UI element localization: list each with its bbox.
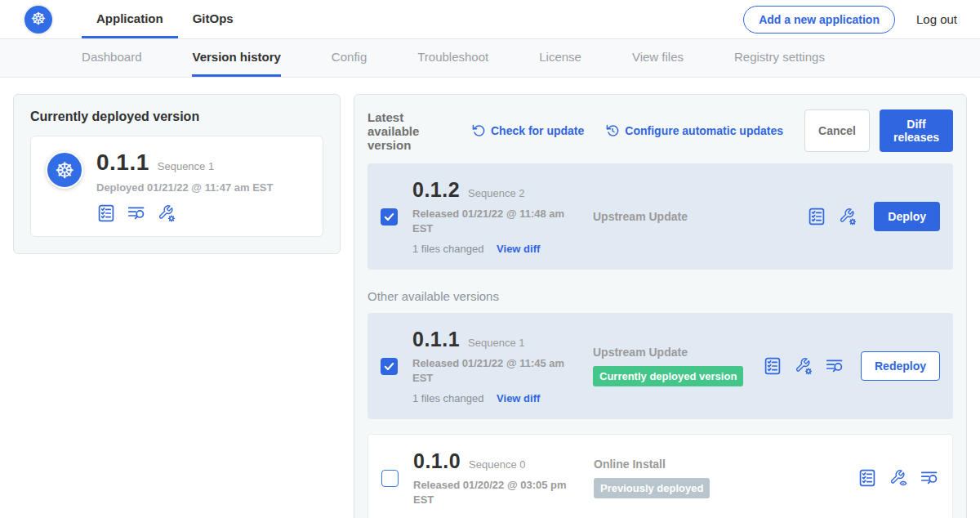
check-for-update-label: Check for update xyxy=(491,124,584,137)
view-diff-link[interactable]: View diff xyxy=(497,243,540,255)
checkmark-icon xyxy=(383,360,395,373)
version-row-0-1-2: 0.1.2 Sequence 2 Released 01/21/22 @ 11:… xyxy=(368,163,953,270)
version-row-actions xyxy=(858,468,939,488)
schedule-update-icon xyxy=(605,123,620,138)
cancel-button[interactable]: Cancel xyxy=(804,109,870,152)
deployed-timestamp: Deployed 01/21/22 @ 11:47 am EST xyxy=(96,181,273,194)
released-timestamp: Released 01/20/22 @ 03:05 pm EST xyxy=(413,478,575,507)
released-timestamp: Released 01/21/22 @ 11:45 am EST xyxy=(412,356,574,385)
deploy-logs-icon[interactable] xyxy=(920,468,939,488)
version-0-1-0-checkbox[interactable] xyxy=(381,470,399,487)
check-for-update-link[interactable]: Check for update xyxy=(471,123,584,138)
kubernetes-logo-icon: ☸ xyxy=(24,6,52,33)
top-nav-spacer xyxy=(248,0,743,38)
edit-config-icon[interactable] xyxy=(838,207,858,226)
tab-dashboard[interactable]: Dashboard xyxy=(82,39,141,77)
tab-config[interactable]: Config xyxy=(332,39,367,77)
tab-version-history[interactable]: Version history xyxy=(192,39,280,77)
latest-version-title: Latest available version xyxy=(368,110,458,152)
sequence-label: Sequence 1 xyxy=(468,337,524,349)
top-tab-application[interactable]: Application xyxy=(82,0,178,38)
brand: ☸ xyxy=(24,0,52,38)
top-tab-gitops-label: GitOps xyxy=(193,11,234,25)
released-timestamp: Released 01/21/22 @ 11:48 am EST xyxy=(412,207,574,235)
redeploy-button[interactable]: Redeploy xyxy=(861,351,940,381)
view-config-icon[interactable] xyxy=(889,468,908,488)
latest-version-header: Latest available version Check for updat… xyxy=(368,109,953,152)
version-source-block: Upstream Update xyxy=(593,210,792,223)
version-row-0-1-0: 0.1.0 Sequence 0 Released 01/20/22 @ 03:… xyxy=(368,434,953,518)
preflight-checks-icon[interactable] xyxy=(96,203,116,223)
version-source-label: Online Install xyxy=(594,458,843,471)
deployed-version-details: 0.1.1 Sequence 1 Deployed 01/21/22 @ 11:… xyxy=(96,150,273,223)
tab-registry-settings[interactable]: Registry settings xyxy=(734,39,825,77)
logout-button[interactable]: Log out xyxy=(916,0,957,38)
preflight-checks-icon[interactable] xyxy=(858,468,877,488)
currently-deployed-title: Currently deployed version xyxy=(30,109,323,124)
version-row-0-1-1: 0.1.1 Sequence 1 Released 01/21/22 @ 11:… xyxy=(368,313,953,419)
sequence-label: Sequence 0 xyxy=(469,458,525,471)
tab-troubleshoot[interactable]: Troubleshoot xyxy=(417,39,488,77)
edit-config-icon[interactable] xyxy=(794,356,813,376)
version-source-label: Upstream Update xyxy=(593,210,792,223)
preflight-checks-icon[interactable] xyxy=(763,356,782,376)
version-number: 0.1.2 xyxy=(412,178,460,202)
version-0-1-2-details: 0.1.2 Sequence 2 Released 01/21/22 @ 11:… xyxy=(412,178,578,255)
app-sub-nav: Dashboard Version history Config Trouble… xyxy=(0,39,980,78)
deploy-button[interactable]: Deploy xyxy=(874,202,940,231)
diff-releases-button[interactable]: Diff releases xyxy=(880,109,953,152)
main-content: Currently deployed version ☸ 0.1.1 Seque… xyxy=(0,78,980,518)
add-new-application-button[interactable]: Add a new application xyxy=(743,6,895,33)
tab-view-files[interactable]: View files xyxy=(632,39,684,77)
version-0-1-0-details: 0.1.0 Sequence 0 Released 01/20/22 @ 03:… xyxy=(413,449,579,507)
currently-deployed-version-panel: ☸ 0.1.1 Sequence 1 Deployed 01/21/22 @ 1… xyxy=(30,136,323,237)
currently-deployed-badge: Currently deployed version xyxy=(593,366,743,386)
version-source-label: Upstream Update xyxy=(593,346,748,359)
files-changed-label: 1 files changed xyxy=(412,392,483,404)
version-history-card: Latest available version Check for updat… xyxy=(354,94,967,518)
refresh-icon xyxy=(471,123,486,138)
currently-deployed-card: Currently deployed version ☸ 0.1.1 Seque… xyxy=(13,94,341,254)
edit-config-icon[interactable] xyxy=(157,203,176,223)
version-source-block: Online Install Previously deployed xyxy=(594,458,843,498)
previously-deployed-badge: Previously deployed xyxy=(594,478,710,498)
version-row-actions: Deploy xyxy=(807,202,940,231)
deployed-sequence-label: Sequence 1 xyxy=(158,160,214,172)
top-tab-gitops[interactable]: GitOps xyxy=(178,0,248,38)
checkmark-icon xyxy=(383,211,395,223)
tab-license[interactable]: License xyxy=(539,39,581,77)
top-nav: ☸ Application GitOps Add a new applicati… xyxy=(0,0,980,39)
files-changed-label: 1 files changed xyxy=(412,243,483,255)
deploy-logs-icon[interactable] xyxy=(127,203,146,223)
version-number: 0.1.0 xyxy=(413,449,461,473)
version-0-1-1-details: 0.1.1 Sequence 1 Released 01/21/22 @ 11:… xyxy=(412,328,578,404)
preflight-checks-icon[interactable] xyxy=(807,207,826,226)
version-0-1-2-checkbox[interactable] xyxy=(381,208,398,226)
other-versions-title: Other available versions xyxy=(368,289,953,303)
version-row-actions: Redeploy xyxy=(763,351,940,381)
configure-automatic-updates-link[interactable]: Configure automatic updates xyxy=(605,123,783,138)
sequence-label: Sequence 2 xyxy=(468,187,524,199)
version-0-1-1-checkbox[interactable] xyxy=(381,358,398,375)
view-diff-link[interactable]: View diff xyxy=(497,392,540,404)
top-tab-application-label: Application xyxy=(96,11,163,25)
deployed-version-number: 0.1.1 xyxy=(96,150,149,176)
version-source-block: Upstream Update Currently deployed versi… xyxy=(593,346,748,386)
deploy-logs-icon[interactable] xyxy=(825,356,844,376)
version-number: 0.1.1 xyxy=(412,328,460,351)
configure-automatic-updates-label: Configure automatic updates xyxy=(625,124,783,137)
app-kubernetes-icon: ☸ xyxy=(46,151,83,189)
